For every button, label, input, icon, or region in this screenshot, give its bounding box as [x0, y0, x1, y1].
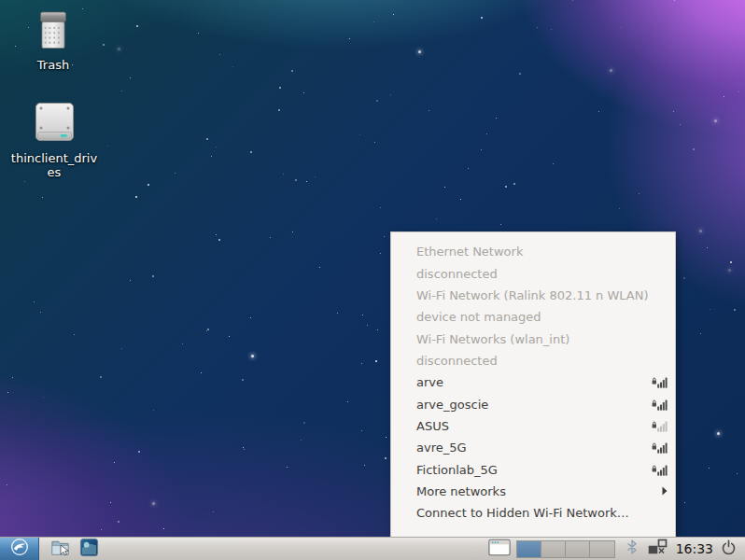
menu-item-label: Ethernet Network	[416, 245, 523, 259]
desktop-launcher[interactable]	[78, 539, 99, 559]
menu-item-label: More networks	[416, 484, 506, 498]
desktop-icon-trash[interactable]: Trash	[5, 11, 102, 72]
file-manager-launcher[interactable]	[49, 539, 70, 559]
menu-item-label: Connect to Hidden Wi-Fi Network…	[416, 506, 629, 520]
workspace-cell-1[interactable]	[517, 541, 541, 557]
menu-item-label: avre_5G	[416, 441, 467, 455]
drive-icon	[34, 101, 76, 147]
wifi-network-item[interactable]: ASUS	[391, 415, 675, 437]
power-button[interactable]	[721, 539, 737, 559]
power-icon	[721, 539, 737, 559]
trash-icon	[35, 11, 72, 53]
workspace-cell-4[interactable]	[590, 541, 614, 557]
wifi-signal-lock-icon	[652, 464, 668, 476]
menu-item-label: ASUS	[416, 419, 449, 433]
window-list-button[interactable]	[487, 539, 512, 559]
network-status-text: device not managed	[391, 306, 675, 328]
menu-item-label: Fictionlab_5G	[416, 463, 498, 477]
desktop: Trash thinc	[0, 0, 745, 560]
wifi-network-item[interactable]: avre_5G	[391, 437, 675, 458]
workspace-cell-3[interactable]	[566, 541, 590, 557]
desktop-icon-label: thinclient_drives	[7, 151, 101, 179]
menu-item-label: Wi-Fi Network (Ralink 802.11 n WLAN)	[416, 288, 649, 302]
taskbar: 16:33	[0, 537, 745, 560]
wifi-signal-lock-icon	[652, 399, 668, 411]
file-manager-icon	[50, 538, 70, 560]
wifi-signal-lock-icon	[652, 441, 668, 454]
network-status-text: disconnected	[391, 350, 675, 371]
start-menu-icon	[10, 538, 29, 560]
network-status-text: Wi-Fi Network (Ralink 802.11 n WLAN)	[391, 285, 675, 306]
network-status-text: Ethernet Network	[391, 241, 675, 262]
network-status-text: disconnected	[391, 262, 675, 284]
start-menu-button[interactable]	[0, 538, 39, 560]
taskbar-clock[interactable]: 16:33	[676, 541, 713, 556]
wifi-signal-lock-icon	[652, 376, 668, 388]
desktop-launcher-icon	[79, 538, 99, 560]
network-disconnected-icon	[648, 539, 668, 559]
network-manager-tray-icon[interactable]	[648, 539, 668, 559]
menu-item-label: arve_goscie	[416, 398, 488, 412]
bluetooth-icon	[626, 539, 638, 558]
more-networks-item[interactable]: More networks	[391, 481, 675, 502]
desktop-icon-label: Trash	[37, 58, 69, 72]
menu-item-label: disconnected	[416, 354, 498, 368]
wifi-signal-lock-icon	[652, 420, 668, 432]
menu-item-label: device not managed	[416, 310, 541, 324]
window-icon	[488, 539, 511, 560]
menu-item-label: disconnected	[416, 267, 498, 281]
desktop-icon-thinclient-drives[interactable]: thinclient_drives	[6, 101, 103, 179]
workspace-pager	[516, 540, 615, 558]
submenu-arrow-icon	[662, 486, 668, 496]
menu-item-label: Wi-Fi Networks (wlan_int)	[416, 332, 569, 346]
network-manager-menu: Ethernet NetworkdisconnectedWi-Fi Networ…	[390, 231, 676, 537]
wifi-network-item[interactable]: arve_goscie	[391, 393, 675, 414]
workspace-cell-2[interactable]	[541, 541, 566, 557]
menu-item-label: arve	[416, 375, 443, 389]
connect-hidden-network-item[interactable]: Connect to Hidden Wi-Fi Network…	[391, 502, 675, 524]
wifi-network-item[interactable]: Fictionlab_5G	[391, 458, 675, 480]
bluetooth-tray-icon[interactable]	[626, 539, 638, 558]
wifi-network-item[interactable]: arve	[391, 371, 675, 393]
network-status-text: Wi-Fi Networks (wlan_int)	[391, 328, 675, 349]
